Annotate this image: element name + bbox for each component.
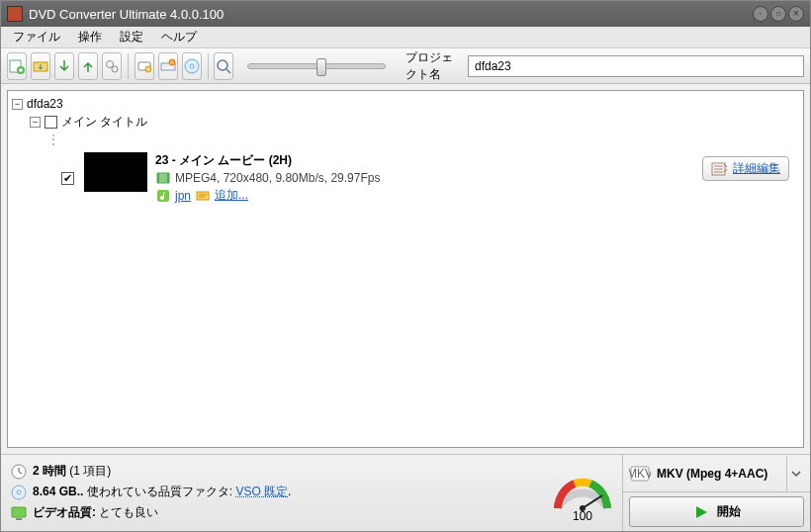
burn-icon — [159, 57, 177, 75]
chevron-down-icon — [791, 469, 801, 479]
item-checkbox-wrap: ✔ — [61, 171, 74, 185]
play-icon — [693, 504, 709, 520]
size-value: 8.64 GB.. — [33, 485, 83, 498]
svg-rect-16 — [197, 192, 209, 200]
duration-count: (1 項目) — [66, 464, 111, 478]
add-file-button[interactable] — [7, 52, 27, 80]
toolbar: プロジェクト名 — [1, 48, 810, 84]
svg-rect-14 — [167, 173, 169, 183]
item-audio-line: jpn 追加... — [155, 187, 380, 204]
app-icon — [7, 6, 23, 22]
add-file-icon — [8, 57, 26, 75]
slider-knob[interactable] — [316, 58, 326, 76]
svg-point-4 — [112, 66, 118, 72]
detail-edit-icon — [711, 161, 727, 177]
collapse-icon[interactable]: − — [30, 117, 41, 128]
collapse-icon[interactable]: − — [12, 99, 23, 110]
gauge: 100 — [543, 455, 622, 531]
disc-small-icon — [11, 485, 27, 500]
arrow-up-button[interactable] — [78, 52, 98, 80]
menu-file[interactable]: ファイル — [5, 27, 68, 47]
video-thumbnail[interactable] — [84, 152, 147, 192]
close-button[interactable]: × — [788, 6, 804, 22]
gears-icon — [103, 57, 121, 75]
size-text: 使われている品質ファクタ: — [83, 485, 235, 498]
start-button[interactable]: 開始 — [629, 496, 804, 527]
duration-line: 2 時間 (1 項目) — [11, 463, 533, 480]
svg-point-3 — [107, 60, 114, 67]
audio-icon — [155, 188, 171, 204]
minimize-button[interactable]: · — [753, 6, 768, 22]
output-format-dropdown[interactable] — [786, 456, 804, 491]
disc-icon — [183, 57, 201, 75]
quality-line: ビデオ品質: とても良い — [11, 504, 533, 521]
preview-button[interactable] — [214, 52, 233, 80]
app-window: DVD Converter Ultimate 4.0.0.100 · ○ × フ… — [0, 0, 811, 532]
tree-connector: ⋮ — [12, 131, 799, 148]
mkv-icon: MKV — [629, 463, 651, 485]
film-icon — [155, 170, 171, 186]
add-subtitle-link[interactable]: 追加... — [215, 187, 248, 204]
detail-edit-button[interactable]: 詳細編集 — [702, 156, 789, 181]
audio-lang-link[interactable]: jpn — [175, 189, 191, 203]
item-format-line: MPEG4, 720x480, 9.80Mb/s, 29.97Fps — [155, 170, 380, 186]
tree-root-row[interactable]: − dfda23 — [12, 95, 799, 113]
detail-edit-label: 詳細編集 — [733, 160, 780, 177]
window-title: DVD Converter Ultimate 4.0.0.100 — [29, 7, 753, 22]
titlebar: DVD Converter Ultimate 4.0.0.100 · ○ × — [1, 1, 810, 27]
menu-action[interactable]: 操作 — [70, 27, 110, 47]
svg-point-10 — [190, 64, 194, 68]
window-buttons: · ○ × — [753, 6, 804, 22]
burn-button[interactable] — [158, 52, 178, 80]
arrow-down-icon — [55, 57, 73, 75]
folder-down-button[interactable] — [31, 52, 50, 80]
subtitle-icon — [195, 188, 211, 204]
menu-settings[interactable]: 設定 — [112, 27, 151, 47]
svg-text:MKV: MKV — [629, 467, 651, 481]
item-format-text: MPEG4, 720x480, 9.80Mb/s, 29.97Fps — [175, 171, 380, 185]
settings-gears-button[interactable] — [102, 52, 122, 80]
size-line: 8.64 GB.. 使われている品質ファクタ: VSO 既定. — [11, 484, 533, 500]
magnifier-icon — [215, 57, 232, 75]
output-format-label: MKV (Mpeg 4+AAC) — [657, 467, 780, 481]
svg-point-11 — [218, 60, 227, 70]
arrow-up-icon — [79, 57, 97, 75]
quality-value: とても良い — [99, 505, 158, 519]
toolbar-separator — [128, 53, 129, 79]
svg-point-6 — [145, 66, 151, 72]
svg-rect-22 — [16, 518, 22, 520]
arrow-down-button[interactable] — [54, 52, 74, 80]
svg-rect-21 — [12, 507, 26, 517]
item-text: 23 - メイン ムービー (2H) MPEG4, 720x480, 9.80M… — [155, 152, 380, 204]
tree-root-label: dfda23 — [27, 97, 63, 111]
footer-info: 2 時間 (1 項目) 8.64 GB.. 使われている品質ファクタ: VSO … — [1, 455, 543, 531]
project-name-label: プロジェクト名 — [400, 49, 464, 83]
clock-icon — [11, 464, 27, 480]
toolbar-separator-2 — [208, 53, 209, 79]
tree-main-title-label: メイン タイトル — [61, 114, 147, 131]
quality-slider[interactable] — [247, 63, 386, 69]
content-area: − dfda23 − メイン タイトル ⋮ ✔ 23 - メイン ムービー (2… — [7, 90, 804, 448]
menubar: ファイル 操作 設定 ヘルプ — [1, 27, 810, 48]
item-checkbox[interactable]: ✔ — [61, 172, 74, 185]
menu-help[interactable]: ヘルプ — [153, 27, 205, 47]
project-name-input[interactable] — [468, 55, 804, 77]
main-title-checkbox[interactable] — [45, 116, 57, 129]
video-item: ✔ 23 - メイン ムービー (2H) MPEG4, 720x480, 9.8… — [61, 152, 799, 204]
monitor-icon — [11, 505, 27, 521]
tree-dots: ⋮ — [47, 133, 60, 146]
quality-label: ビデオ品質: — [33, 505, 99, 519]
start-label: 開始 — [717, 503, 741, 520]
device-button[interactable] — [135, 52, 154, 80]
tree-main-title-row[interactable]: − メイン タイトル — [12, 113, 799, 131]
disc-button[interactable] — [182, 52, 202, 80]
svg-rect-13 — [157, 173, 159, 183]
quality-factor-link[interactable]: VSO 既定 — [235, 485, 288, 498]
footer: 2 時間 (1 項目) 8.64 GB.. 使われている品質ファクタ: VSO … — [1, 454, 810, 531]
output-format-selector[interactable]: MKV MKV (Mpeg 4+AAC) — [623, 455, 810, 492]
item-title: 23 - メイン ムービー (2H) — [155, 152, 380, 169]
gauge-value: 100 — [573, 509, 592, 523]
size-period: . — [288, 485, 291, 498]
maximize-button[interactable]: ○ — [770, 6, 786, 22]
gauge-icon: 100 — [548, 464, 617, 523]
